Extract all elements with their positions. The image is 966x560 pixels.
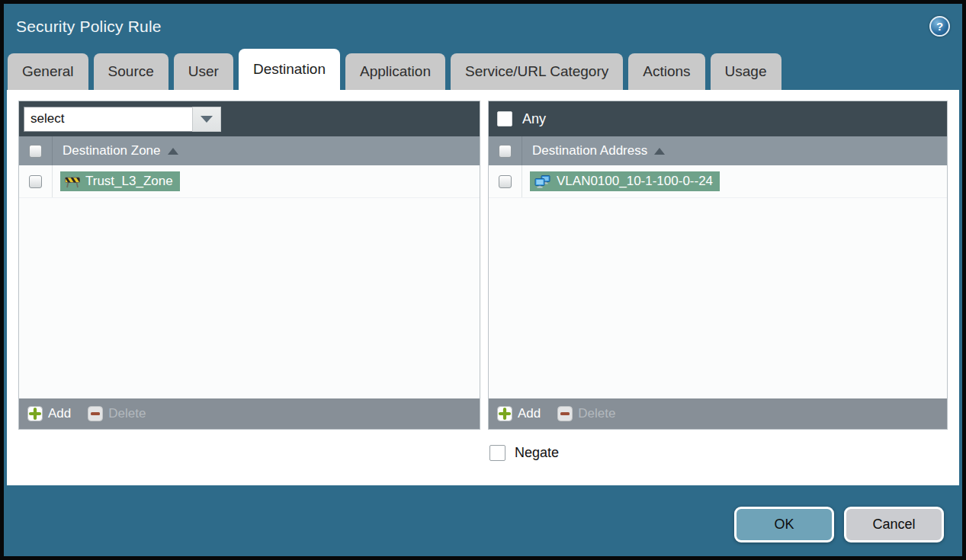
- tab-general[interactable]: General: [8, 53, 88, 90]
- any-label: Any: [522, 111, 546, 127]
- zone-row-tag[interactable]: Trust_L3_Zone: [60, 171, 180, 191]
- tab-destination[interactable]: Destination: [239, 49, 340, 90]
- destination-zone-panel: Destination Zone: [18, 101, 480, 430]
- address-row-checkbox[interactable]: [499, 175, 512, 188]
- security-policy-rule-dialog: Security Policy Rule ? General Source Us…: [0, 0, 966, 560]
- zone-barricade-icon: [65, 175, 80, 188]
- tab-user[interactable]: User: [174, 53, 233, 90]
- add-plus-icon: [27, 406, 43, 421]
- zone-select-all-checkbox[interactable]: [29, 145, 42, 158]
- zone-column-header-label: Destination Zone: [63, 143, 161, 158]
- address-table-body: VLAN0100_10-1-100-0--24: [489, 165, 947, 398]
- address-delete-label: Delete: [578, 406, 615, 421]
- tab-application[interactable]: Application: [345, 53, 445, 90]
- address-add-label: Add: [518, 406, 541, 421]
- tab-actions[interactable]: Actions: [628, 53, 704, 90]
- address-row-checkbox-cell: [489, 165, 522, 197]
- zone-row-checkbox[interactable]: [29, 175, 42, 188]
- negate-control: Negate: [489, 445, 559, 461]
- add-plus-icon: [497, 406, 512, 421]
- tab-bar: General Source User Destination Applicat…: [8, 49, 962, 90]
- address-delete-button[interactable]: Delete: [557, 406, 615, 421]
- ok-button[interactable]: OK: [734, 507, 834, 542]
- zone-row-label: Trust_L3_Zone: [85, 174, 173, 189]
- zone-row-checkbox-cell: [19, 165, 53, 197]
- cancel-button[interactable]: Cancel: [844, 507, 944, 542]
- address-row-tag[interactable]: VLAN0100_10-1-100-0--24: [530, 171, 720, 191]
- zone-add-label: Add: [48, 406, 71, 421]
- address-column-header[interactable]: Destination Address: [522, 143, 665, 158]
- tab-source[interactable]: Source: [94, 53, 168, 90]
- zone-header-checkbox-cell: [19, 136, 53, 165]
- destination-tab-content: Destination Zone: [7, 90, 959, 485]
- address-header-checkbox-cell: [489, 136, 522, 165]
- chevron-down-icon: [201, 116, 213, 123]
- address-row-label: VLAN0100_10-1-100-0--24: [557, 174, 713, 189]
- zone-column-header[interactable]: Destination Zone: [53, 143, 178, 158]
- help-icon[interactable]: ?: [929, 16, 950, 37]
- address-select-all-checkbox[interactable]: [499, 145, 512, 158]
- zone-panel-footer: Add Delete: [19, 398, 480, 429]
- tab-usage[interactable]: Usage: [711, 53, 781, 90]
- address-column-header-label: Destination Address: [532, 143, 647, 158]
- tab-service-url-category[interactable]: Service/URL Category: [451, 53, 623, 90]
- destination-address-panel: Any Destination Address: [488, 101, 948, 430]
- zone-table-header: Destination Zone: [19, 136, 480, 165]
- zone-delete-button[interactable]: Delete: [88, 406, 146, 421]
- address-panel-footer: Add Delete: [489, 398, 947, 429]
- delete-minus-icon: [88, 406, 103, 421]
- negate-label: Negate: [515, 445, 559, 461]
- dialog-titlebar: Security Policy Rule ?: [4, 4, 962, 49]
- table-row[interactable]: VLAN0100_10-1-100-0--24: [489, 165, 947, 198]
- any-toolbar: Any: [489, 101, 947, 136]
- address-table-header: Destination Address: [489, 136, 947, 165]
- sort-asc-icon: [654, 148, 665, 155]
- any-checkbox[interactable]: [497, 111, 512, 126]
- zone-select-combobox: [24, 107, 221, 132]
- zone-table-body: Trust_L3_Zone: [19, 165, 480, 398]
- zone-filter-toolbar: [19, 101, 480, 136]
- delete-minus-icon: [557, 406, 573, 421]
- zone-add-button[interactable]: Add: [27, 406, 71, 421]
- table-row[interactable]: Trust_L3_Zone: [19, 165, 480, 198]
- zone-delete-label: Delete: [108, 406, 146, 421]
- zone-select-input[interactable]: [24, 107, 192, 132]
- zone-select-dropdown-button[interactable]: [192, 107, 221, 132]
- address-add-button[interactable]: Add: [497, 406, 541, 421]
- network-hosts-icon: [534, 175, 551, 188]
- negate-checkbox[interactable]: [489, 445, 505, 461]
- dialog-title: Security Policy Rule: [16, 18, 162, 36]
- sort-asc-icon: [168, 148, 178, 155]
